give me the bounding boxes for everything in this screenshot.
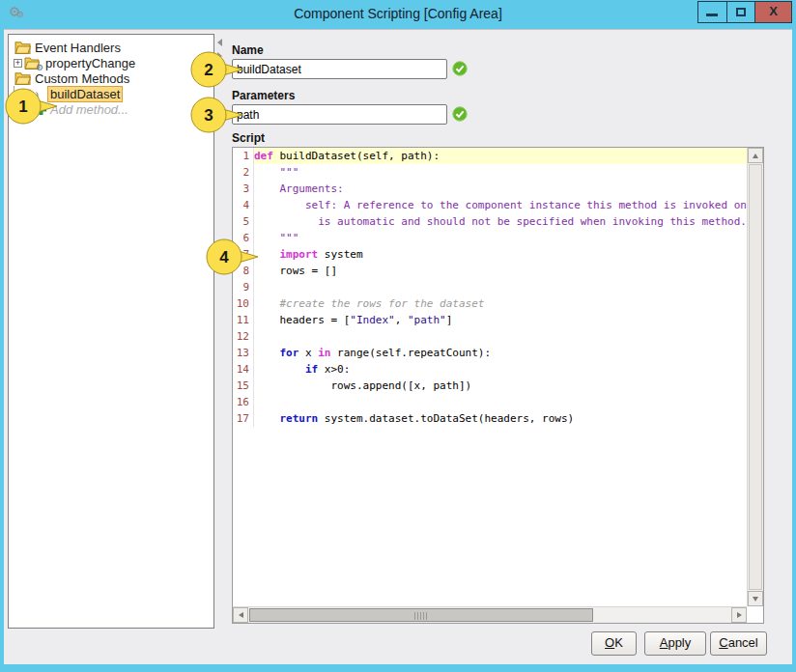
tree-item-label: Add method...	[50, 102, 128, 117]
line-number: 5	[233, 213, 254, 230]
dialog-window: ⚙⚙ Component Scripting [Config Area] X E…	[0, 0, 796, 672]
ok-button-label: K	[614, 635, 623, 650]
callout-number: 1	[18, 98, 27, 116]
code-line[interactable]: 1def buildDataset(self, path):	[233, 148, 747, 164]
scroll-grip-icon	[414, 612, 427, 620]
scroll-left-button[interactable]	[233, 607, 248, 623]
maximize-button[interactable]	[726, 2, 754, 22]
cancel-button-label: ancel	[728, 635, 758, 650]
apply-button[interactable]: Apply	[644, 631, 706, 656]
code-line[interactable]: 11 headers = ["Index", "path"]	[233, 312, 747, 328]
line-number: 9	[233, 279, 254, 295]
callout-2: 2	[189, 48, 245, 91]
code-line[interactable]: 3 Arguments:	[233, 181, 747, 197]
callout-4: 4	[205, 236, 261, 278]
arrow-down-icon	[753, 597, 758, 602]
splitter-collapse-left-icon[interactable]	[217, 39, 222, 46]
tree-item-label: propertyChange	[45, 56, 135, 70]
line-number: 12	[233, 328, 254, 345]
callout-number: 4	[219, 248, 229, 266]
folder-gear-icon: ⚙	[24, 56, 42, 70]
code-line[interactable]: 5 is automatic and should not be specifi…	[233, 213, 747, 230]
ok-button-mnemonic: O	[605, 635, 614, 650]
tree-item-label: Custom Methods	[35, 71, 129, 86]
code-line[interactable]: 9	[233, 279, 747, 295]
horizontal-scroll-thumb[interactable]	[249, 608, 593, 622]
expand-plus-icon[interactable]: +	[14, 59, 22, 68]
line-number: 1	[233, 148, 254, 164]
folder-open-icon	[14, 71, 31, 85]
line-number: 16	[233, 394, 254, 410]
line-number: 3	[233, 181, 254, 197]
maximize-icon	[736, 8, 746, 16]
folder-open-icon	[14, 41, 31, 54]
scroll-up-button[interactable]	[748, 148, 763, 163]
code-line[interactable]: 16	[233, 394, 747, 410]
code-line[interactable]: 10 #create the rows for the dataset	[233, 295, 747, 312]
code-line[interactable]: 6 """	[233, 230, 747, 246]
code-line[interactable]: 14 if x>0:	[233, 361, 747, 378]
parameters-input[interactable]	[232, 104, 447, 125]
tree-item-custom-methods[interactable]: Custom Methods	[9, 70, 213, 86]
code-area[interactable]: 1def buildDataset(self, path):2 """3 Arg…	[233, 148, 747, 606]
window-controls: X	[697, 1, 792, 23]
horizontal-scrollbar[interactable]	[233, 606, 747, 623]
ok-button[interactable]: OK	[591, 631, 637, 656]
line-number: 13	[233, 345, 254, 361]
callout-number: 2	[204, 61, 213, 79]
window-title: Component Scripting [Config Area]	[0, 0, 796, 27]
line-number: 14	[233, 361, 254, 378]
gear-icon: ⚙	[36, 63, 43, 72]
apply-button-label: pply	[668, 635, 691, 650]
line-number: 15	[233, 378, 254, 394]
script-editor: 1def buildDataset(self, path):2 """3 Arg…	[232, 147, 764, 624]
line-number: 11	[233, 312, 254, 328]
callout-3: 3	[189, 94, 245, 136]
arrow-up-icon	[753, 154, 758, 158]
valid-check-icon	[452, 106, 468, 122]
code-line[interactable]: 2 """	[233, 164, 747, 181]
tree-item-property-change[interactable]: + ⚙ propertyChange	[9, 55, 213, 70]
line-number: 10	[233, 295, 254, 312]
scroll-down-button[interactable]	[748, 591, 763, 606]
code-line[interactable]: 7 import system	[233, 246, 747, 263]
close-button[interactable]: X	[754, 2, 791, 22]
scroll-right-button[interactable]	[731, 607, 747, 623]
line-number: 2	[233, 164, 254, 181]
minimize-icon	[706, 14, 718, 16]
minimize-button[interactable]	[698, 2, 726, 22]
code-line[interactable]: 4 self: A reference to the component ins…	[233, 197, 747, 213]
vertical-scrollbar[interactable]	[747, 148, 763, 606]
valid-check-icon	[452, 61, 468, 76]
callout-number: 3	[204, 106, 213, 125]
cancel-button-mnemonic: C	[719, 635, 727, 650]
line-number: 4	[233, 197, 254, 213]
vertical-scroll-thumb[interactable]	[749, 164, 762, 590]
title-bar[interactable]: ⚙⚙ Component Scripting [Config Area] X	[0, 0, 796, 29]
code-line[interactable]: 15 rows.append([x, path])	[233, 378, 747, 394]
name-input[interactable]	[232, 59, 447, 79]
tree-item-label: Event Handlers	[35, 41, 121, 55]
arrow-left-icon	[239, 612, 243, 618]
cancel-button[interactable]: Cancel	[710, 631, 767, 656]
code-line[interactable]: 8 rows = []	[233, 263, 747, 279]
code-line[interactable]: 13 for x in range(self.repeatCount):	[233, 345, 747, 361]
code-line[interactable]: 12	[233, 328, 747, 345]
tree-item-event-handlers[interactable]: Event Handlers	[9, 40, 213, 55]
callout-1: 1	[4, 85, 60, 127]
close-icon: X	[755, 4, 791, 18]
code-line[interactable]: 17 return system.dataset.toDataSet(heade…	[233, 410, 747, 427]
line-number: 17	[233, 410, 254, 427]
arrow-right-icon	[737, 612, 742, 618]
